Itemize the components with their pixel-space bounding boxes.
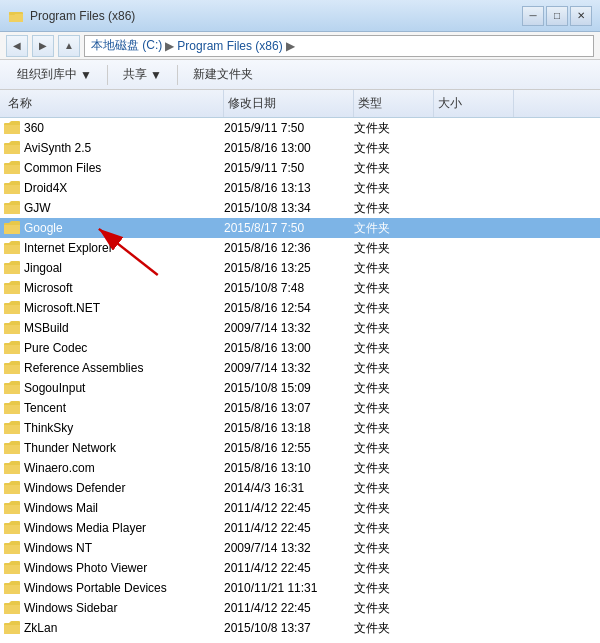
folder-icon (4, 141, 20, 155)
table-row[interactable]: Windows NT 2009/7/14 13:32 文件夹 (0, 538, 600, 558)
file-date: 2015/8/16 12:54 (224, 301, 354, 315)
file-type: 文件夹 (354, 440, 434, 457)
table-row[interactable]: ThinkSky 2015/8/16 13:18 文件夹 (0, 418, 600, 438)
folder-icon (4, 621, 20, 635)
table-row[interactable]: MSBuild 2009/7/14 13:32 文件夹 (0, 318, 600, 338)
file-name: Windows Defender (24, 481, 129, 495)
table-row[interactable]: Windows Mail 2011/4/12 22:45 文件夹 (0, 498, 600, 518)
file-date: 2015/8/16 12:55 (224, 441, 354, 455)
organize-button[interactable]: 组织到库中 ▼ (8, 63, 101, 87)
table-row[interactable]: Windows Photo Viewer 2011/4/12 22:45 文件夹 (0, 558, 600, 578)
col-header-name[interactable]: 名称 (4, 90, 224, 117)
file-type: 文件夹 (354, 260, 434, 277)
title-bar: Program Files (x86) ─ □ ✕ (0, 0, 600, 32)
table-row[interactable]: Windows Sidebar 2011/4/12 22:45 文件夹 (0, 598, 600, 618)
toolbar: 组织到库中 ▼ 共享 ▼ 新建文件夹 (0, 60, 600, 90)
file-name: Windows Mail (24, 501, 102, 515)
file-type: 文件夹 (354, 180, 434, 197)
nav-up-button[interactable]: ▲ (58, 35, 80, 57)
table-row[interactable]: Microsoft 2015/10/8 7:48 文件夹 (0, 278, 600, 298)
file-name: Windows NT (24, 541, 96, 555)
table-row[interactable]: Windows Media Player 2011/4/12 22:45 文件夹 (0, 518, 600, 538)
table-row[interactable]: Windows Portable Devices 2010/11/21 11:3… (0, 578, 600, 598)
file-name: Windows Media Player (24, 521, 150, 535)
file-list-container[interactable]: 360 2015/9/11 7:50 文件夹 AviSynth 2.5 2015… (0, 118, 600, 638)
file-name: AviSynth 2.5 (24, 141, 95, 155)
minimize-button[interactable]: ─ (522, 6, 544, 26)
file-date: 2015/10/8 13:34 (224, 201, 354, 215)
folder-icon (4, 221, 20, 235)
new-folder-button[interactable]: 新建文件夹 (184, 63, 262, 87)
folder-icon (4, 321, 20, 335)
file-date: 2011/4/12 22:45 (224, 521, 354, 535)
file-type: 文件夹 (354, 400, 434, 417)
table-row[interactable]: AviSynth 2.5 2015/8/16 13:00 文件夹 (0, 138, 600, 158)
file-type: 文件夹 (354, 320, 434, 337)
folder-icon (4, 561, 20, 575)
table-row[interactable]: Google 2015/8/17 7:50 文件夹 (0, 218, 600, 238)
file-type: 文件夹 (354, 480, 434, 497)
col-header-date[interactable]: 修改日期 (224, 90, 354, 117)
file-type: 文件夹 (354, 620, 434, 637)
file-date: 2014/4/3 16:31 (224, 481, 354, 495)
file-type: 文件夹 (354, 140, 434, 157)
address-bar: ◀ ▶ ▲ 本地磁盘 (C:) ▶ Program Files (x86) ▶ (0, 32, 600, 60)
table-row[interactable]: Windows Defender 2014/4/3 16:31 文件夹 (0, 478, 600, 498)
table-row[interactable]: Tencent 2015/8/16 13:07 文件夹 (0, 398, 600, 418)
file-type: 文件夹 (354, 360, 434, 377)
col-header-size[interactable]: 大小 (434, 90, 514, 117)
file-date: 2015/8/16 13:10 (224, 461, 354, 475)
table-row[interactable]: Microsoft.NET 2015/8/16 12:54 文件夹 (0, 298, 600, 318)
table-row[interactable]: Reference Assemblies 2009/7/14 13:32 文件夹 (0, 358, 600, 378)
title-text: Program Files (x86) (30, 9, 522, 23)
table-row[interactable]: Jingoal 2015/8/16 13:25 文件夹 (0, 258, 600, 278)
file-name: Droid4X (24, 181, 71, 195)
folder-icon (4, 541, 20, 555)
path-item-drive[interactable]: 本地磁盘 (C:) (91, 37, 162, 54)
folder-icon (4, 441, 20, 455)
table-row[interactable]: Winaero.com 2015/8/16 13:10 文件夹 (0, 458, 600, 478)
table-row[interactable]: GJW 2015/10/8 13:34 文件夹 (0, 198, 600, 218)
file-date: 2015/8/16 13:18 (224, 421, 354, 435)
file-name: Internet Explorer (24, 241, 117, 255)
table-row[interactable]: Pure Codec 2015/8/16 13:00 文件夹 (0, 338, 600, 358)
table-row[interactable]: SogouInput 2015/10/8 15:09 文件夹 (0, 378, 600, 398)
folder-icon (4, 241, 20, 255)
file-type: 文件夹 (354, 560, 434, 577)
file-name: Windows Portable Devices (24, 581, 171, 595)
nav-back-button[interactable]: ◀ (6, 35, 28, 57)
folder-icon (4, 601, 20, 615)
table-row[interactable]: Thunder Network 2015/8/16 12:55 文件夹 (0, 438, 600, 458)
table-row[interactable]: Common Files 2015/9/11 7:50 文件夹 (0, 158, 600, 178)
file-date: 2015/8/16 13:00 (224, 341, 354, 355)
file-name: Thunder Network (24, 441, 120, 455)
table-row[interactable]: Droid4X 2015/8/16 13:13 文件夹 (0, 178, 600, 198)
file-name: Windows Sidebar (24, 601, 121, 615)
file-type: 文件夹 (354, 600, 434, 617)
share-button[interactable]: 共享 ▼ (114, 63, 171, 87)
file-name: Jingoal (24, 261, 66, 275)
file-date: 2010/11/21 11:31 (224, 581, 354, 595)
file-date: 2011/4/12 22:45 (224, 601, 354, 615)
file-name: Tencent (24, 401, 70, 415)
file-name: Common Files (24, 161, 105, 175)
close-button[interactable]: ✕ (570, 6, 592, 26)
file-name: Microsoft (24, 281, 77, 295)
col-header-type[interactable]: 类型 (354, 90, 434, 117)
folder-icon (4, 521, 20, 535)
nav-forward-button[interactable]: ▶ (32, 35, 54, 57)
title-bar-icon (8, 8, 24, 24)
maximize-button[interactable]: □ (546, 6, 568, 26)
file-date: 2015/8/17 7:50 (224, 221, 354, 235)
table-row[interactable]: ZkLan 2015/10/8 13:37 文件夹 (0, 618, 600, 638)
file-type: 文件夹 (354, 520, 434, 537)
file-type: 文件夹 (354, 420, 434, 437)
folder-icon (4, 461, 20, 475)
table-row[interactable]: Internet Explorer 2015/8/16 12:36 文件夹 (0, 238, 600, 258)
path-item-folder[interactable]: Program Files (x86) (177, 39, 282, 53)
file-name: MSBuild (24, 321, 73, 335)
file-type: 文件夹 (354, 220, 434, 237)
folder-icon (4, 261, 20, 275)
file-type: 文件夹 (354, 200, 434, 217)
table-row[interactable]: 360 2015/9/11 7:50 文件夹 (0, 118, 600, 138)
